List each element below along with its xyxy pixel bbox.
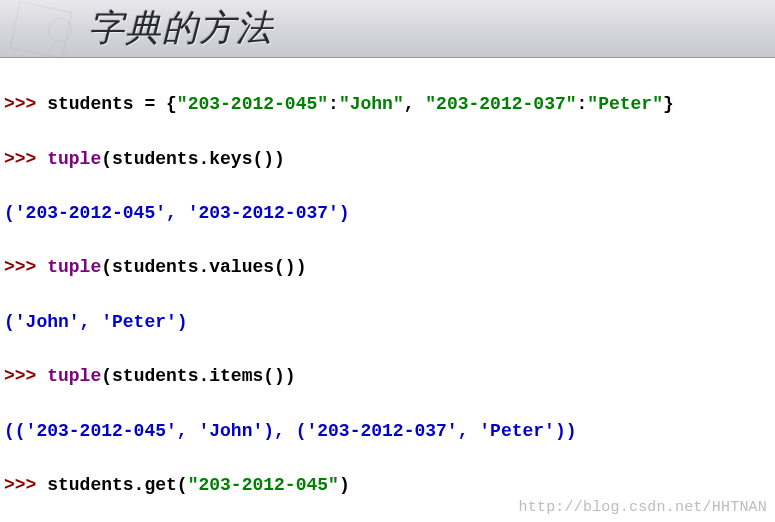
code-block: >>> students = {"203-2012-045":"John", "…	[0, 58, 775, 522]
code-line-2: >>> tuple(students.keys())	[4, 146, 771, 173]
prompt: >>>	[4, 475, 36, 495]
prompt: >>>	[4, 149, 36, 169]
prompt: >>>	[4, 257, 36, 277]
code-line-5: >>> students.get("203-2012-045")	[4, 472, 771, 499]
watermark-url: http://blog.csdn.net/HHTNAN	[519, 499, 767, 516]
code-output-2: ('John', 'Peter')	[4, 309, 771, 336]
prompt: >>>	[4, 94, 36, 114]
code-line-1: >>> students = {"203-2012-045":"John", "…	[4, 91, 771, 118]
slide-title: 字典的方法	[88, 4, 273, 53]
code-line-4: >>> tuple(students.items())	[4, 363, 771, 390]
code-line-3: >>> tuple(students.values())	[4, 254, 771, 281]
code-output-1: ('203-2012-045', '203-2012-037')	[4, 200, 771, 227]
slide-header: 字典的方法	[0, 0, 775, 58]
prompt: >>>	[4, 366, 36, 386]
code-output-3: (('203-2012-045', 'John'), ('203-2012-03…	[4, 418, 771, 445]
